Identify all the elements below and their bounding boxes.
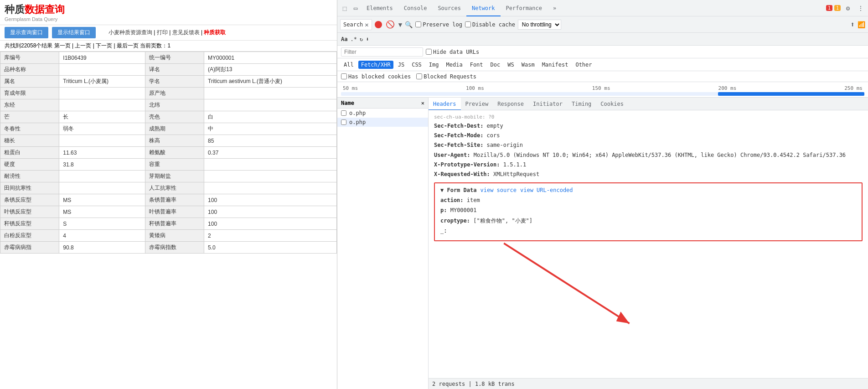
table-value-cell: 5.0 [204, 242, 337, 254]
filter-types-bar: AllFetch/XHRJSCSSImgMediaFontDocWSWasmMa… [337, 58, 868, 71]
detail-tab-preview[interactable]: Preview [461, 98, 493, 110]
cursor-icon[interactable]: ⬚ [339, 3, 350, 14]
requests-header-label: Name [341, 100, 354, 106]
table-value-cell [204, 159, 337, 171]
header-row: Sec-Fetch-Mode: cors [434, 131, 863, 140]
filter-pill-all[interactable]: All [341, 61, 356, 69]
toplink1[interactable]: 小麦种质资源查询 [108, 29, 152, 36]
filter-pill-fetch/xhr[interactable]: Fetch/XHR [358, 61, 393, 69]
detail-wrapper: HeadersPreviewResponseInitiatorTimingCoo… [429, 98, 868, 389]
table-row: 芒长壳色白 [0, 111, 337, 123]
settings-icon[interactable]: ⚙ [842, 3, 853, 14]
table-label-cell: 译名 [145, 64, 204, 76]
table-value-cell: S [59, 218, 145, 230]
dot-icon[interactable]: .* [350, 36, 356, 42]
filter-pill-img[interactable]: Img [426, 61, 442, 69]
header-row: X-Requested-With: XMLHttpRequest [434, 170, 863, 179]
filter-input[interactable] [341, 47, 423, 57]
filter-pill-css[interactable]: CSS [409, 61, 424, 69]
search-close-icon[interactable]: ✕ [365, 21, 368, 28]
toplink3[interactable]: 意见反馈表 [172, 29, 200, 36]
aa-icon[interactable]: Aa [341, 36, 347, 42]
preserve-log-text: Preserve log [423, 21, 462, 28]
form-data-section: ▼ Form Dataview sourceview URL-encodedac… [434, 182, 863, 241]
table-row: 耐涝性芽期耐盐 [0, 171, 337, 182]
detail-content[interactable]: sec-ch-ua-mobile: ?0Sec-Fetch-Dest: empt… [429, 110, 868, 378]
search-icon[interactable]: 🔍 [405, 21, 413, 28]
show-query-btn[interactable]: 显示查询窗口 [5, 27, 48, 38]
detail-tab-initiator[interactable]: Initiator [528, 98, 567, 110]
app-toolbar: 显示查询窗口 显示结果窗口 小麦种质资源查询 | 打印 | 意见反馈表 | 种质… [0, 25, 337, 41]
tab-more[interactable]: » [548, 0, 562, 16]
tab-console[interactable]: Console [398, 0, 433, 16]
has-blocked-label[interactable]: Has blocked cookies [341, 73, 411, 80]
filter-pill-other[interactable]: Other [573, 61, 594, 69]
tab-performance[interactable]: Performance [501, 0, 548, 16]
form-data-view-source[interactable]: view source [480, 187, 516, 193]
table-value-cell: 4 [59, 230, 145, 242]
table-value-cell [59, 171, 145, 182]
detail-tab-cookies[interactable]: Cookies [596, 98, 628, 110]
detail-tab-timing[interactable]: Timing [567, 98, 596, 110]
hide-data-label[interactable]: Hide data URLs [426, 49, 479, 55]
disable-cache-label[interactable]: Disable cache [465, 21, 515, 28]
table-value-cell [204, 171, 337, 182]
data-table-wrapper[interactable]: 库编号I1B06439统一编号MY000001品种名称译名(A)阿彭13属名Tr… [0, 52, 337, 389]
table-value-cell: 中 [204, 123, 337, 135]
upload-icon[interactable]: ⬆ [850, 20, 855, 29]
request-checkbox[interactable] [341, 110, 346, 116]
table-row: 穗长株高85 [0, 135, 337, 147]
throttling-select[interactable]: No throttling [518, 20, 561, 30]
request-item[interactable]: o.php [337, 118, 428, 127]
toplink2[interactable]: 打印 [157, 29, 168, 36]
table-row: 育成年限原产地 [0, 88, 337, 99]
filter-pill-ws[interactable]: WS [505, 61, 517, 69]
wifi-icon[interactable]: 📶 [858, 21, 865, 28]
tab-network[interactable]: Network [466, 0, 501, 16]
filter-icon[interactable]: ▼ [398, 21, 402, 28]
table-label-cell: 品种名称 [0, 64, 59, 76]
table-label-cell: 成熟期 [145, 123, 204, 135]
filter-pill-media[interactable]: Media [444, 61, 465, 69]
download-icon[interactable]: ⬇ [366, 36, 369, 42]
device-icon[interactable]: ▭ [350, 3, 361, 14]
blocked-requests-text: Blocked Requests [424, 73, 476, 80]
toplink-red[interactable]: 种质获取 [204, 29, 226, 36]
filter-pill-font[interactable]: Font [467, 61, 486, 69]
refresh-icon[interactable]: ↻ [360, 36, 363, 42]
filter-pill-manifest[interactable]: Manifest [539, 61, 571, 69]
tab-sources[interactable]: Sources [432, 0, 466, 16]
disable-cache-checkbox[interactable] [465, 21, 471, 27]
clear-btn[interactable]: 🚫 [385, 19, 396, 30]
hide-data-checkbox[interactable] [426, 49, 432, 55]
table-value-cell: Triticum aestivum L.(普通小麦) [204, 76, 337, 88]
blocked-requests-label[interactable]: Blocked Requests [416, 73, 476, 80]
show-result-btn[interactable]: 显示结果窗口 [52, 27, 96, 38]
table-value-cell: (A)阿彭13 [204, 64, 337, 76]
filter-pill-js[interactable]: JS [395, 61, 407, 69]
form-data-view-encoded[interactable]: view URL-encoded [520, 187, 573, 193]
detail-tab-headers[interactable]: Headers [429, 98, 461, 110]
record-btn[interactable] [375, 21, 382, 28]
table-label-cell: 育成年限 [0, 88, 59, 99]
form-data-row: croptype: ["粮食作物", "小麦"] [440, 217, 856, 225]
preserve-log-label[interactable]: Preserve log [415, 21, 462, 28]
detail-tab-response[interactable]: Response [493, 98, 528, 110]
table-label-cell: 叶锈普遍率 [145, 206, 204, 218]
blocked-requests-checkbox[interactable] [416, 73, 422, 79]
warn-badge: 1 [834, 5, 841, 11]
preserve-log-checkbox[interactable] [415, 21, 421, 27]
requests-close-icon[interactable]: ✕ [421, 100, 424, 106]
request-item[interactable]: o.php [337, 109, 428, 118]
request-checkbox[interactable] [341, 119, 346, 125]
form-data-extra: _: [440, 227, 856, 235]
more-icon2[interactable]: ⋮ [855, 3, 866, 14]
filter-pill-wasm[interactable]: Wasm [519, 61, 537, 69]
form-data-val: item [464, 197, 480, 203]
table-label-cell: 芒 [0, 111, 59, 123]
has-blocked-checkbox[interactable] [341, 73, 347, 79]
form-data-val: MY000001 [447, 207, 476, 213]
filter-pill-doc[interactable]: Doc [488, 61, 503, 69]
form-data-toggle[interactable]: ▼ Form Data [440, 187, 476, 193]
tab-elements[interactable]: Elements [361, 0, 398, 16]
